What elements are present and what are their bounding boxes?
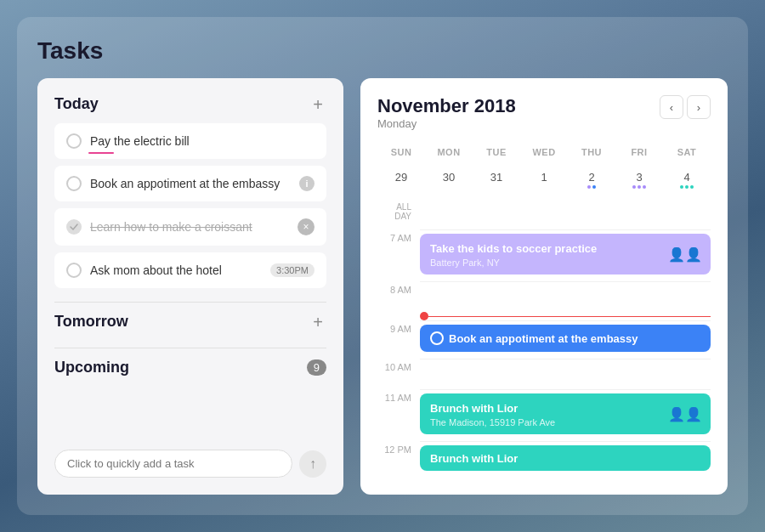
add-today-button[interactable]: + bbox=[309, 96, 326, 113]
time-label-10am: 10 AM bbox=[377, 359, 420, 372]
timeline-row-allday: ALL DAY bbox=[377, 199, 711, 229]
timeline-content-9am: Book an appotiment at the embassy bbox=[420, 320, 711, 359]
week-dates-grid: 29 30 31 1 2 3 bbox=[377, 167, 711, 192]
app-title: Tasks bbox=[37, 37, 728, 65]
event-avatars: 👤👤 bbox=[668, 406, 702, 422]
week-day-header: MON bbox=[425, 144, 473, 161]
quick-add-submit-button[interactable]: ↑ bbox=[299, 450, 326, 478]
week-date[interactable]: 29 bbox=[377, 167, 425, 192]
task-close-button[interactable]: × bbox=[298, 218, 314, 235]
task-text: Book an appotiment at the embassy bbox=[90, 177, 291, 190]
time-label-9am: 9 AM bbox=[377, 320, 420, 334]
timeline-content-8am bbox=[420, 281, 711, 312]
task-text: Ask mom about the hotel bbox=[90, 263, 262, 277]
time-label-7am: 7 AM bbox=[377, 229, 420, 243]
panels: Today + Pay the electric bill Book an ap… bbox=[37, 78, 728, 495]
event-title: Brunch with Lior bbox=[430, 452, 518, 465]
left-panel: Today + Pay the electric bill Book an ap… bbox=[37, 78, 343, 495]
time-label-8am: 8 AM bbox=[377, 281, 420, 295]
week-day-header: FRI bbox=[615, 144, 663, 161]
today-label: Today bbox=[54, 95, 99, 113]
task-circle[interactable] bbox=[66, 133, 82, 149]
timeline-row-8am: 8 AM bbox=[377, 281, 711, 312]
upcoming-label: Upcoming bbox=[54, 359, 129, 376]
today-section-header: Today + bbox=[54, 95, 326, 113]
week-header-grid: SUN MON TUE WED THU FRI SAT bbox=[377, 144, 711, 161]
right-panel: November 2018 Monday ‹ › SUN MON TUE WED… bbox=[360, 78, 728, 495]
task-circle[interactable] bbox=[66, 176, 82, 191]
timeline-content-11am: Brunch with Lior The Madison, 15919 Park… bbox=[420, 389, 711, 441]
allday-content bbox=[420, 199, 711, 229]
calendar-header: November 2018 Monday ‹ › bbox=[377, 95, 711, 140]
timeline-row-7am: 7 AM Take the kids to soccer practice Ba… bbox=[377, 229, 711, 281]
timeline-row-10am: 10 AM bbox=[377, 359, 711, 389]
event-brunch-11[interactable]: Brunch with Lior The Madison, 15919 Park… bbox=[420, 393, 711, 434]
event-avatars: 👤👤 bbox=[668, 246, 702, 263]
quick-add-input[interactable] bbox=[54, 450, 292, 478]
calendar-day-name: Monday bbox=[377, 117, 516, 130]
task-time-badge: 3:30PM bbox=[270, 263, 314, 277]
event-title: Take the kids to soccer practice bbox=[430, 242, 597, 255]
week-date[interactable]: 1 bbox=[520, 167, 568, 192]
task-text: Pay the electric bill bbox=[90, 134, 314, 148]
week-day-header: TUE bbox=[473, 144, 520, 161]
event-circle-icon bbox=[430, 331, 444, 345]
week-day-header: SAT bbox=[663, 144, 711, 161]
time-label-12pm: 12 PM bbox=[377, 441, 420, 455]
timeline-content-7am: Take the kids to soccer practice Battery… bbox=[420, 229, 711, 281]
task-circle[interactable] bbox=[66, 263, 82, 278]
event-subtitle: Battery Park, NY bbox=[430, 258, 700, 268]
calendar-month-group: November 2018 Monday bbox=[377, 95, 516, 140]
task-item: Learn how to make a croissant × bbox=[54, 208, 326, 246]
week-date[interactable]: 3 bbox=[615, 167, 663, 192]
calendar-month: November 2018 bbox=[377, 95, 516, 117]
current-time-dot bbox=[420, 312, 428, 320]
cal-next-button[interactable]: › bbox=[687, 95, 711, 119]
task-item: Ask mom about the hotel 3:30PM bbox=[54, 252, 326, 288]
timeline-content-12pm: Brunch with Lior bbox=[420, 441, 711, 478]
event-title: Book an appotiment at the embassy bbox=[449, 332, 638, 345]
week-day-header: WED bbox=[520, 144, 568, 161]
event-subtitle: The Madison, 15919 Park Ave bbox=[430, 417, 700, 427]
week-date[interactable]: 2 bbox=[568, 167, 615, 192]
event-embassy[interactable]: Book an appotiment at the embassy bbox=[420, 325, 711, 352]
tomorrow-section-header: Tomorrow + bbox=[54, 313, 326, 331]
tomorrow-label: Tomorrow bbox=[54, 313, 128, 331]
section-divider bbox=[54, 302, 326, 303]
section-divider bbox=[54, 348, 326, 348]
week-date[interactable]: 4 bbox=[663, 167, 711, 192]
calendar-nav: ‹ › bbox=[660, 95, 711, 119]
current-time-line bbox=[428, 316, 711, 317]
task-text-done: Learn how to make a croissant bbox=[90, 220, 289, 234]
timeline-row-11am: 11 AM Brunch with Lior The Madison, 1591… bbox=[377, 389, 711, 441]
timeline-row-12pm: 12 PM Brunch with Lior bbox=[377, 441, 711, 478]
upcoming-section-header: Upcoming 9 bbox=[54, 359, 326, 376]
quick-add-bar: ↑ bbox=[54, 436, 326, 478]
info-icon[interactable]: i bbox=[299, 176, 314, 191]
week-date[interactable]: 30 bbox=[425, 167, 473, 192]
add-tomorrow-button[interactable]: + bbox=[309, 314, 326, 331]
task-check-done bbox=[66, 219, 82, 235]
event-title: Brunch with Lior bbox=[430, 402, 518, 415]
task-item: Book an appotiment at the embassy i bbox=[54, 166, 326, 201]
upcoming-badge: 9 bbox=[307, 359, 326, 376]
task-item: Pay the electric bill bbox=[54, 123, 326, 159]
task-underline bbox=[88, 152, 114, 154]
time-label-11am: 11 AM bbox=[377, 389, 420, 403]
event-brunch-12[interactable]: Brunch with Lior bbox=[420, 445, 711, 471]
timeline-row-9am: 9 AM Book an appotiment at the embassy bbox=[377, 320, 711, 359]
timeline-content-10am bbox=[420, 359, 711, 389]
event-soccer[interactable]: Take the kids to soccer practice Battery… bbox=[420, 234, 711, 274]
app-container: Tasks Today + Pay the electric bill Book… bbox=[17, 17, 748, 515]
week-date-today[interactable]: 31 bbox=[473, 167, 520, 192]
week-day-header: THU bbox=[568, 144, 615, 161]
allday-label: ALL DAY bbox=[377, 199, 420, 221]
timeline: ALL DAY 7 AM Take the kids to soccer pra… bbox=[377, 199, 711, 478]
cal-prev-button[interactable]: ‹ bbox=[660, 95, 683, 119]
week-day-header: SUN bbox=[377, 144, 425, 161]
